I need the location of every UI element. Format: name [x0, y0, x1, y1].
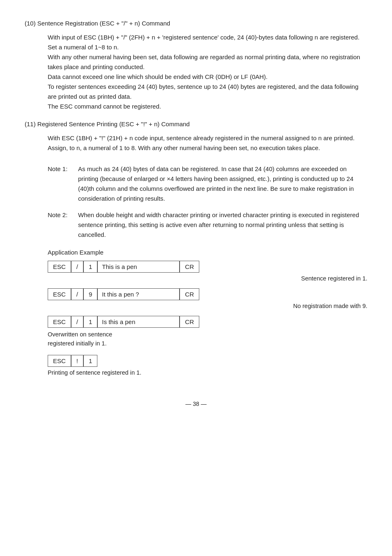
section-11-body: With ESC (1BH) + "!" (21H) + n code inpu…	[48, 133, 367, 153]
s10-p3: Data cannot exceed one line which should…	[48, 73, 267, 80]
row1-text: This is a pen	[97, 261, 180, 273]
row3-esc: ESC	[48, 316, 71, 328]
s10-p1: With input of ESC (1BH) + "/" (2FH) + n …	[48, 34, 360, 51]
row3-slash: /	[71, 316, 83, 328]
s11-p2: Assign, to n, a numeral of 1 to 8. With …	[48, 144, 320, 151]
row2-cr: CR	[180, 288, 199, 300]
row2-text: It this a pen ?	[97, 288, 180, 300]
s10-p5: The ESC command cannot be registered.	[48, 103, 161, 110]
row3-cr: CR	[180, 316, 199, 328]
row1-note: Sentence registered in 1.	[48, 275, 367, 282]
section-10-title: (10) Sentence Registration (ESC + "/" + …	[25, 20, 367, 27]
section-11-title: (11) Registered Sentence Printing (ESC +…	[25, 120, 367, 127]
note-2-block: Note 2: When double height and width cha…	[48, 210, 367, 240]
row3-text: Is this a pen	[97, 316, 180, 328]
cmd-row-1: ESC / 1 This is a pen CR	[48, 261, 367, 273]
row1-cr: CR	[180, 261, 199, 273]
row4-esc: ESC	[48, 355, 71, 367]
note-2-label: Note 2:	[48, 210, 73, 240]
row1-num: 1	[83, 261, 97, 273]
row2-note: No registration made with 9.	[48, 303, 367, 309]
note-1-text: As much as 24 (40) bytes of data can be …	[78, 164, 367, 204]
row2-esc: ESC	[48, 288, 71, 300]
cmd-row-2: ESC / 9 It this a pen ? CR	[48, 288, 367, 300]
app-example-label: Application Example	[48, 249, 367, 256]
s10-p2: With any other numeral having been set, …	[48, 53, 360, 70]
row2-num: 9	[83, 288, 97, 300]
section-10-body: With input of ESC (1BH) + "/" (2FH) + n …	[48, 32, 367, 111]
page-footer: — 38 —	[25, 401, 367, 407]
row1-esc: ESC	[48, 261, 71, 273]
note-1-label: Note 1:	[48, 164, 73, 204]
note-1-block: Note 1: As much as 24 (40) bytes of data…	[48, 164, 367, 204]
row3-num: 1	[83, 316, 97, 328]
cmd-row-4: ESC ! 1	[48, 355, 367, 367]
row4-excl: !	[71, 355, 83, 367]
row1-slash: /	[71, 261, 83, 273]
s10-p4: To register sentences exceeding 24 (40) …	[48, 83, 358, 100]
cmd-row-3: ESC / 1 Is this a pen CR	[48, 316, 367, 328]
row2-slash: /	[71, 288, 83, 300]
row4-note: Printing of sentence registered in 1.	[48, 369, 367, 376]
s11-p1: With ESC (1BH) + "!" (21H) + n code inpu…	[48, 134, 355, 141]
note-2-text: When double height and width character p…	[78, 210, 367, 240]
row3-note: Overwritten on sentence registered initi…	[48, 330, 367, 348]
row4-num: 1	[83, 355, 97, 367]
